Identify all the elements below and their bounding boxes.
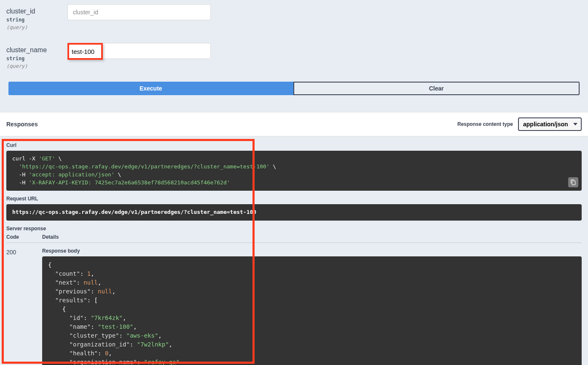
clear-button[interactable]: Clear: [293, 82, 580, 95]
param-in: (query): [6, 63, 67, 69]
code-header: Code: [6, 234, 42, 240]
curl-label: Curl: [6, 142, 582, 148]
responses-header: Responses Response content type applicat…: [0, 112, 588, 136]
param-cluster-id: cluster_id string (query): [6, 4, 582, 30]
content-type-select[interactable]: application/json: [518, 117, 582, 131]
response-body-block: { "count": 1, "next": null, "previous": …: [42, 256, 582, 365]
param-type: string: [6, 56, 67, 61]
server-response-label: Server response: [6, 226, 582, 232]
param-in: (query): [6, 24, 67, 30]
execute-button[interactable]: Execute: [8, 82, 293, 95]
curl-block: curl -X 'GET' \ 'https://qc-ops.stage.ra…: [6, 151, 582, 191]
content-type-label: Response content type: [457, 121, 513, 127]
param-name: cluster_id: [6, 8, 67, 15]
request-url-block: https://qc-ops.stage.rafay.dev/edge/v1/p…: [6, 204, 582, 220]
copy-curl-icon[interactable]: [568, 177, 578, 187]
results-section: Curl curl -X 'GET' \ 'https://qc-ops.sta…: [0, 136, 588, 365]
cluster-name-input[interactable]: [70, 45, 100, 57]
responses-title: Responses: [6, 121, 38, 128]
param-name: cluster_name: [6, 46, 67, 54]
response-body-label: Response body: [42, 248, 582, 254]
details-header: Details: [42, 234, 59, 240]
response-table-header: Code Details: [6, 234, 582, 243]
response-row: 200 Response body { "count": 1, "next": …: [6, 248, 582, 365]
param-type: string: [6, 17, 67, 23]
request-url-label: Request URL: [6, 196, 582, 202]
param-cluster-name: cluster_name string (query): [6, 43, 582, 69]
action-buttons: Execute Clear: [8, 82, 580, 95]
status-code: 200: [6, 248, 42, 256]
cluster-id-input[interactable]: [67, 4, 211, 20]
parameters-section: cluster_id string (query) cluster_name s…: [0, 0, 588, 112]
